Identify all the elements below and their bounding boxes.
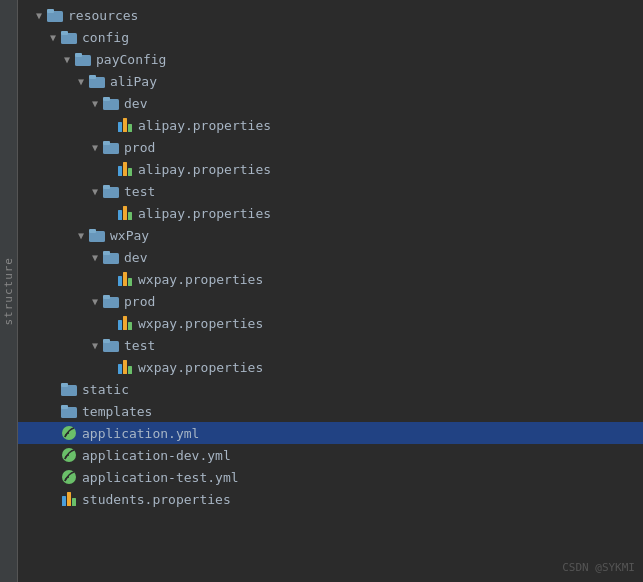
- svg-rect-41: [61, 383, 68, 387]
- tree-item-label: wxpay.properties: [138, 272, 263, 287]
- properties-icon: [116, 204, 134, 222]
- svg-rect-48: [67, 492, 71, 506]
- tree-arrow[interactable]: ▼: [88, 340, 102, 351]
- svg-rect-49: [72, 498, 76, 506]
- svg-rect-21: [123, 206, 127, 220]
- side-label-panel: structure: [0, 0, 18, 582]
- tree-item-test2[interactable]: ▼ test: [18, 334, 643, 356]
- folder-icon: [102, 292, 120, 310]
- tree-item-dev2[interactable]: ▼ dev: [18, 246, 643, 268]
- properties-icon: [116, 270, 134, 288]
- svg-rect-17: [128, 168, 132, 176]
- tree-item-label: static: [82, 382, 129, 397]
- tree-item-test1[interactable]: ▼ test: [18, 180, 643, 202]
- tree-item-students-props[interactable]: students.properties: [18, 488, 643, 510]
- tree-item-alipay-test[interactable]: alipay.properties: [18, 202, 643, 224]
- tree-arrow[interactable]: ▼: [32, 10, 46, 21]
- tree-item-static[interactable]: static: [18, 378, 643, 400]
- tree-item-aliPay[interactable]: ▼ aliPay: [18, 70, 643, 92]
- folder-icon: [60, 402, 78, 420]
- tree-item-label: alipay.properties: [138, 118, 271, 133]
- file-tree: ▼ resources▼ config▼ payConfig▼ aliPay▼ …: [18, 0, 643, 582]
- tree-item-label: config: [82, 30, 129, 45]
- tree-item-label: application.yml: [82, 426, 199, 441]
- tree-item-alipay-prod[interactable]: alipay.properties: [18, 158, 643, 180]
- svg-rect-27: [118, 276, 122, 286]
- tree-item-label: students.properties: [82, 492, 231, 507]
- tree-item-label: payConfig: [96, 52, 166, 67]
- svg-rect-11: [123, 118, 127, 132]
- tree-item-wxpay-prod[interactable]: wxpay.properties: [18, 312, 643, 334]
- tree-item-templates[interactable]: templates: [18, 400, 643, 422]
- tree-arrow[interactable]: ▼: [88, 296, 102, 307]
- spring-icon: [60, 424, 78, 442]
- folder-icon: [102, 336, 120, 354]
- side-label-text: structure: [2, 257, 15, 326]
- svg-rect-3: [61, 31, 68, 35]
- folder-icon: [60, 28, 78, 46]
- spring-icon: [60, 468, 78, 486]
- tree-arrow[interactable]: ▼: [60, 54, 74, 65]
- tree-item-dev1[interactable]: ▼ dev: [18, 92, 643, 114]
- svg-rect-43: [61, 405, 68, 409]
- tree-item-application-yml[interactable]: application.yml: [18, 422, 643, 444]
- properties-icon: [116, 160, 134, 178]
- tree-item-label: dev: [124, 250, 147, 265]
- tree-arrow[interactable]: ▼: [74, 230, 88, 241]
- tree-arrow[interactable]: ▼: [74, 76, 88, 87]
- tree-arrow[interactable]: ▼: [88, 186, 102, 197]
- properties-icon: [116, 116, 134, 134]
- tree-item-label: alipay.properties: [138, 206, 271, 221]
- svg-rect-39: [128, 366, 132, 374]
- folder-icon: [88, 226, 106, 244]
- svg-rect-20: [118, 210, 122, 220]
- tree-item-label: resources: [68, 8, 138, 23]
- svg-rect-16: [123, 162, 127, 176]
- tree-item-prod1[interactable]: ▼ prod: [18, 136, 643, 158]
- svg-rect-38: [123, 360, 127, 374]
- svg-rect-32: [118, 320, 122, 330]
- spring-icon: [60, 446, 78, 464]
- properties-icon: [116, 314, 134, 332]
- folder-icon: [46, 6, 64, 24]
- tree-item-label: wxPay: [110, 228, 149, 243]
- folder-icon: [88, 72, 106, 90]
- svg-rect-26: [103, 251, 110, 255]
- tree-arrow[interactable]: ▼: [46, 32, 60, 43]
- tree-arrow[interactable]: ▼: [88, 98, 102, 109]
- folder-icon: [102, 248, 120, 266]
- svg-rect-28: [123, 272, 127, 286]
- properties-icon: [60, 490, 78, 508]
- tree-item-alipay-dev[interactable]: alipay.properties: [18, 114, 643, 136]
- tree-item-label: alipay.properties: [138, 162, 271, 177]
- svg-rect-24: [89, 229, 96, 233]
- tree-arrow[interactable]: ▼: [88, 252, 102, 263]
- tree-item-label: dev: [124, 96, 147, 111]
- tree-item-label: application-dev.yml: [82, 448, 231, 463]
- svg-rect-31: [103, 295, 110, 299]
- watermark-text: CSDN @SYKMI: [562, 561, 635, 574]
- svg-rect-29: [128, 278, 132, 286]
- tree-item-application-test-yml[interactable]: application-test.yml: [18, 466, 643, 488]
- tree-item-wxPay[interactable]: ▼ wxPay: [18, 224, 643, 246]
- svg-rect-15: [118, 166, 122, 176]
- tree-item-payConfig[interactable]: ▼ payConfig: [18, 48, 643, 70]
- svg-rect-47: [62, 496, 66, 506]
- svg-rect-34: [128, 322, 132, 330]
- properties-icon: [116, 358, 134, 376]
- tree-item-label: wxpay.properties: [138, 316, 263, 331]
- svg-rect-5: [75, 53, 82, 57]
- tree-item-wxpay-test[interactable]: wxpay.properties: [18, 356, 643, 378]
- tree-item-wxpay-dev[interactable]: wxpay.properties: [18, 268, 643, 290]
- svg-rect-36: [103, 339, 110, 343]
- tree-item-label: prod: [124, 140, 155, 155]
- tree-item-config[interactable]: ▼ config: [18, 26, 643, 48]
- tree-item-prod2[interactable]: ▼ prod: [18, 290, 643, 312]
- tree-arrow[interactable]: ▼: [88, 142, 102, 153]
- tree-item-label: aliPay: [110, 74, 157, 89]
- svg-rect-19: [103, 185, 110, 189]
- svg-rect-22: [128, 212, 132, 220]
- tree-item-resources[interactable]: ▼ resources: [18, 4, 643, 26]
- folder-icon: [102, 138, 120, 156]
- tree-item-application-dev-yml[interactable]: application-dev.yml: [18, 444, 643, 466]
